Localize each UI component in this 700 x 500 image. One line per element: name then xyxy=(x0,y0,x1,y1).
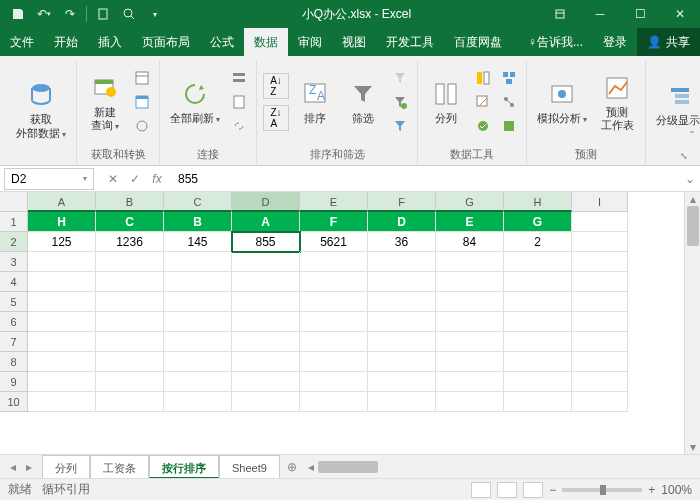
row-header[interactable]: 3 xyxy=(0,252,28,272)
data-validation-icon[interactable] xyxy=(472,115,494,137)
cell[interactable] xyxy=(572,272,628,292)
expand-formula-bar-icon[interactable]: ⌄ xyxy=(680,172,700,186)
col-header[interactable]: G xyxy=(436,192,504,212)
cell[interactable] xyxy=(368,332,436,352)
cancel-formula-icon[interactable]: ✕ xyxy=(104,172,122,186)
tab-view[interactable]: 视图 xyxy=(332,28,376,56)
fx-icon[interactable]: fx xyxy=(148,172,166,186)
col-header[interactable]: H xyxy=(504,192,572,212)
reapply-icon[interactable] xyxy=(389,91,411,113)
advanced-filter-icon[interactable] xyxy=(389,115,411,137)
tab-layout[interactable]: 页面布局 xyxy=(132,28,200,56)
cell[interactable] xyxy=(232,372,300,392)
cell[interactable] xyxy=(368,372,436,392)
cell[interactable] xyxy=(300,272,368,292)
cell[interactable] xyxy=(96,292,164,312)
cell[interactable] xyxy=(232,332,300,352)
cell[interactable]: 1236 xyxy=(96,232,164,252)
cell[interactable] xyxy=(504,252,572,272)
cell[interactable]: H xyxy=(28,212,96,232)
cell[interactable]: E xyxy=(436,212,504,232)
cell[interactable] xyxy=(368,312,436,332)
cell[interactable] xyxy=(436,332,504,352)
scroll-up-icon[interactable]: ▴ xyxy=(685,192,700,206)
cell[interactable] xyxy=(164,272,232,292)
cell[interactable] xyxy=(436,392,504,412)
cell[interactable]: D xyxy=(368,212,436,232)
cell[interactable] xyxy=(436,272,504,292)
cell[interactable] xyxy=(28,272,96,292)
name-box[interactable]: D2▾ xyxy=(4,168,94,190)
close-icon[interactable]: ✕ xyxy=(660,0,700,28)
cell[interactable] xyxy=(96,372,164,392)
cell[interactable] xyxy=(164,332,232,352)
remove-duplicates-icon[interactable] xyxy=(472,91,494,113)
tab-file[interactable]: 文件 xyxy=(0,28,44,56)
row-header[interactable]: 9 xyxy=(0,372,28,392)
cell[interactable] xyxy=(96,352,164,372)
connections-icon[interactable] xyxy=(228,67,250,89)
cell[interactable] xyxy=(368,352,436,372)
sheet-tab[interactable]: 分列 xyxy=(42,455,90,479)
page-layout-view-icon[interactable] xyxy=(497,482,517,498)
tell-me[interactable]: ♀ 告诉我... xyxy=(518,28,593,56)
cell[interactable] xyxy=(28,312,96,332)
cell[interactable]: 125 xyxy=(28,232,96,252)
sort-asc-icon[interactable]: A↓Z xyxy=(263,73,289,99)
cell[interactable] xyxy=(436,372,504,392)
get-external-data-button[interactable]: 获取 外部数据 xyxy=(12,77,70,141)
cell[interactable] xyxy=(572,352,628,372)
cell[interactable]: 855 xyxy=(232,232,300,252)
cell[interactable] xyxy=(436,252,504,272)
tab-developer[interactable]: 开发工具 xyxy=(376,28,444,56)
refresh-all-button[interactable]: 全部刷新 xyxy=(166,76,224,127)
cell[interactable] xyxy=(504,372,572,392)
add-sheet-button[interactable]: ⊕ xyxy=(280,460,304,474)
cell[interactable] xyxy=(28,372,96,392)
cell[interactable] xyxy=(300,332,368,352)
cell[interactable]: G xyxy=(504,212,572,232)
cell[interactable]: 145 xyxy=(164,232,232,252)
cell[interactable] xyxy=(28,392,96,412)
col-header[interactable]: B xyxy=(96,192,164,212)
cell[interactable] xyxy=(96,312,164,332)
cell[interactable] xyxy=(572,332,628,352)
cell[interactable] xyxy=(164,392,232,412)
text-to-columns-button[interactable]: 分列 xyxy=(424,76,468,127)
cell[interactable] xyxy=(28,332,96,352)
cell[interactable] xyxy=(572,252,628,272)
new-query-button[interactable]: 新建 查询 xyxy=(83,70,127,134)
redo-icon[interactable]: ↷ xyxy=(60,4,80,24)
tab-baidu[interactable]: 百度网盘 xyxy=(444,28,512,56)
horizontal-scrollbar[interactable]: ◂ xyxy=(304,460,700,474)
scroll-thumb[interactable] xyxy=(687,206,699,246)
cell[interactable] xyxy=(164,292,232,312)
tab-review[interactable]: 审阅 xyxy=(288,28,332,56)
row-header[interactable]: 6 xyxy=(0,312,28,332)
row-header[interactable]: 4 xyxy=(0,272,28,292)
cell[interactable] xyxy=(436,292,504,312)
cell[interactable] xyxy=(504,392,572,412)
cell[interactable] xyxy=(436,352,504,372)
tab-data[interactable]: 数据 xyxy=(244,28,288,56)
cell[interactable] xyxy=(96,272,164,292)
row-header[interactable]: 7 xyxy=(0,332,28,352)
prev-sheet-icon[interactable]: ◂ xyxy=(6,460,20,474)
cell[interactable] xyxy=(164,312,232,332)
vertical-scrollbar[interactable]: ▴ ▾ xyxy=(684,192,700,454)
cell[interactable] xyxy=(164,352,232,372)
sheet-tab[interactable]: 工资条 xyxy=(90,455,149,479)
col-header[interactable]: F xyxy=(368,192,436,212)
row-header[interactable]: 5 xyxy=(0,292,28,312)
cell[interactable] xyxy=(232,312,300,332)
cell[interactable] xyxy=(368,252,436,272)
normal-view-icon[interactable] xyxy=(471,482,491,498)
save-icon[interactable] xyxy=(8,4,28,24)
ribbon-options-icon[interactable] xyxy=(540,0,580,28)
cell[interactable] xyxy=(28,352,96,372)
zoom-slider[interactable] xyxy=(562,488,642,492)
row-header[interactable]: 10 xyxy=(0,392,28,412)
touch-mode-icon[interactable] xyxy=(93,4,113,24)
whatif-button[interactable]: 模拟分析 xyxy=(533,76,591,127)
enter-formula-icon[interactable]: ✓ xyxy=(126,172,144,186)
